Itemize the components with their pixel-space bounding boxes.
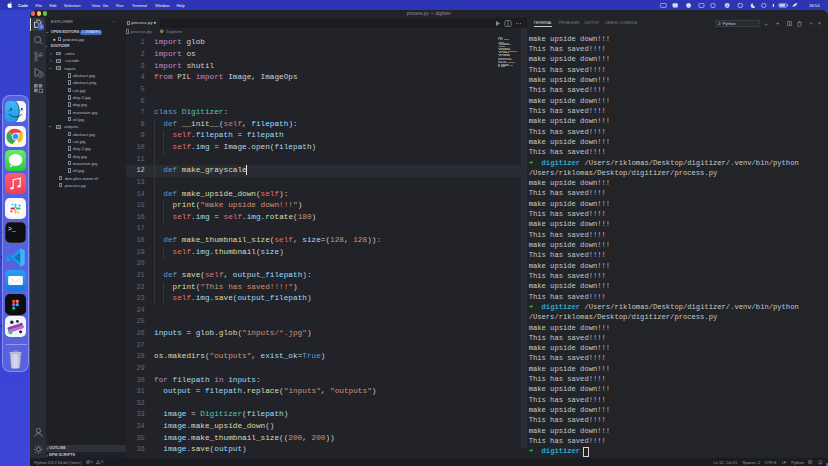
svg-text:G: G — [726, 4, 729, 8]
svg-text:0: 0 — [91, 461, 93, 465]
svg-text:0: 0 — [101, 461, 103, 465]
svg-text:>_: >_ — [8, 226, 16, 233]
